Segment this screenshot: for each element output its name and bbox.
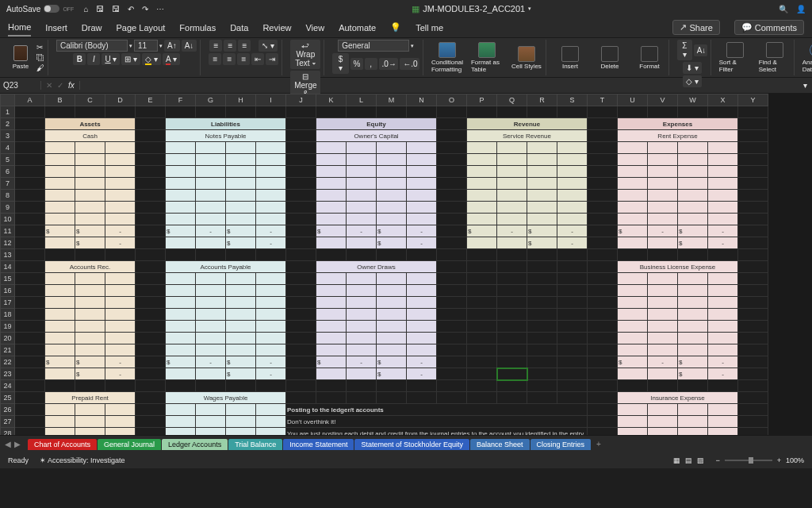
cell[interactable]: $ [377, 225, 407, 237]
cell[interactable] [738, 285, 768, 297]
cell[interactable] [648, 142, 678, 154]
cell[interactable] [226, 297, 256, 309]
cell[interactable] [527, 202, 557, 214]
cell[interactable] [75, 166, 105, 178]
cell[interactable] [618, 368, 648, 380]
cell[interactable] [618, 333, 648, 344]
cell[interactable] [467, 309, 497, 321]
cell[interactable] [437, 309, 467, 321]
cell[interactable] [497, 202, 527, 214]
cut-icon[interactable]: ✂ [36, 43, 44, 52]
cell[interactable] [648, 297, 678, 309]
cell[interactable] [166, 166, 196, 178]
cell[interactable]: $ [226, 237, 256, 249]
tab-view[interactable]: View [305, 20, 324, 36]
decrease-font-button[interactable]: A↓ [182, 40, 197, 52]
paste-button[interactable]: Paste [8, 42, 33, 74]
cell[interactable] [738, 118, 768, 130]
cell[interactable] [648, 166, 678, 178]
cell[interactable] [256, 214, 286, 225]
cell[interactable] [75, 321, 105, 333]
sheet-tab-balance[interactable]: Balance Sheet [470, 439, 530, 450]
cell[interactable] [648, 154, 678, 166]
cell[interactable] [497, 178, 527, 190]
format-as-table-button[interactable]: Format as Table [471, 42, 503, 73]
page-layout-icon[interactable]: ▤ [685, 456, 692, 464]
cell[interactable]: - [105, 237, 136, 249]
format-painter-icon[interactable]: 🖌 [36, 64, 44, 72]
cell[interactable] [377, 380, 407, 392]
cell[interactable] [557, 154, 588, 166]
cell[interactable] [166, 285, 196, 297]
decrease-indent-button[interactable]: ⇤ [251, 53, 264, 65]
cell[interactable] [75, 344, 105, 356]
cell[interactable] [588, 344, 618, 356]
cell[interactable] [15, 154, 45, 166]
cell[interactable] [588, 392, 618, 404]
cell[interactable] [316, 333, 347, 344]
cell[interactable] [136, 380, 166, 392]
cell[interactable] [347, 297, 377, 309]
font-color-button[interactable]: A ▾ [163, 53, 180, 65]
cell[interactable] [226, 333, 256, 344]
cell[interactable]: $ [316, 356, 347, 368]
cell[interactable] [678, 344, 708, 356]
cell[interactable] [377, 178, 407, 190]
cell[interactable]: Insurance Expense [618, 392, 738, 404]
cell[interactable] [286, 344, 316, 356]
cell[interactable] [738, 190, 768, 202]
cell[interactable] [648, 190, 678, 202]
cell[interactable] [618, 190, 648, 202]
cell[interactable] [467, 261, 497, 273]
cell[interactable] [437, 106, 467, 118]
cell[interactable] [467, 321, 497, 333]
comma-button[interactable]: , [365, 58, 377, 70]
more-icon[interactable]: ⋯ [156, 5, 164, 13]
save-icon[interactable]: 🖫 [96, 5, 104, 13]
cell[interactable] [347, 285, 377, 297]
cell[interactable] [377, 166, 407, 178]
cell[interactable] [286, 202, 316, 214]
cell[interactable] [557, 380, 588, 392]
add-sheet-button[interactable]: + [592, 440, 606, 448]
cell[interactable] [136, 214, 166, 225]
cell[interactable] [648, 333, 678, 344]
cell[interactable] [708, 249, 738, 261]
cell[interactable] [527, 297, 557, 309]
cell[interactable] [226, 416, 256, 428]
cell[interactable] [588, 190, 618, 202]
cell[interactable] [708, 404, 738, 416]
cell[interactable]: - [497, 225, 527, 237]
cell[interactable] [136, 130, 166, 142]
cell[interactable] [437, 261, 467, 273]
cell[interactable] [316, 106, 347, 118]
cell[interactable] [738, 356, 768, 368]
tab-data[interactable]: Data [230, 20, 248, 36]
cell[interactable] [437, 190, 467, 202]
cell[interactable] [226, 380, 256, 392]
cell[interactable] [226, 214, 256, 225]
cell[interactable] [678, 285, 708, 297]
cell[interactable] [648, 237, 678, 249]
accept-icon[interactable]: ✓ [57, 81, 63, 90]
cell[interactable] [75, 285, 105, 297]
cell[interactable] [286, 237, 316, 249]
cell[interactable]: Service Revenue [467, 130, 588, 142]
cell[interactable] [136, 416, 166, 428]
cell[interactable] [15, 249, 45, 261]
cell[interactable]: $ [377, 237, 407, 249]
cell[interactable] [45, 273, 75, 285]
chevron-down-icon[interactable]: ▾ [528, 6, 531, 12]
tab-home[interactable]: Home [8, 19, 31, 37]
search-icon[interactable]: 🔍 [779, 5, 788, 13]
cell[interactable] [437, 214, 467, 225]
cell[interactable] [588, 404, 618, 416]
cell[interactable] [437, 368, 467, 380]
cell[interactable] [467, 356, 497, 368]
cell[interactable] [557, 166, 588, 178]
cell[interactable] [527, 166, 557, 178]
cell[interactable] [527, 368, 557, 380]
cell[interactable] [618, 404, 648, 416]
cell-styles-button[interactable]: Cell Styles [511, 46, 542, 70]
cell[interactable] [407, 142, 437, 154]
